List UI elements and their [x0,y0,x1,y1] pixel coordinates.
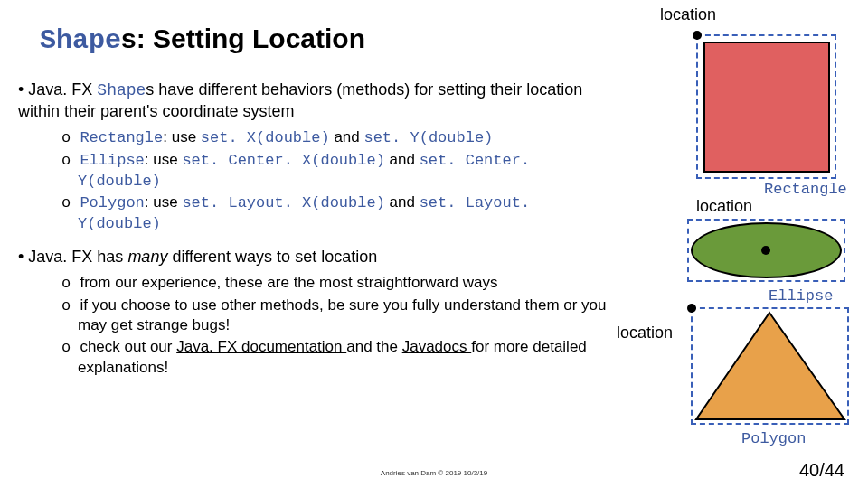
page-number: 40/44 [799,460,844,481]
content-body: Java. FX Shapes have different behaviors… [18,80,615,390]
rect-location-label: location [660,5,716,24]
rectangle-shape [703,42,830,173]
sub-1a: Rectangle: use set. X(double) and set. Y… [61,127,615,148]
polygon-label: Polygon [741,430,806,447]
sub-2b: if you choose to use other methods, be s… [61,296,615,336]
bullet-2: Java. FX has many different ways to set … [18,247,615,378]
sub-2a: from our experience, these are the most … [61,273,615,294]
polygon-location-label: location [617,324,673,343]
javafx-doc-link[interactable]: Java. FX documentation [176,338,346,355]
sub-1b: Ellipse: use set. Center. X(double) and … [61,150,615,192]
sub-1c: Polygon: use set. Layout. X(double) and … [61,192,615,234]
polygon-location-dot [687,304,696,313]
javadocs-link[interactable]: Javadocs [402,338,472,355]
page-title: Shapes: Setting Location [40,23,365,56]
svg-marker-0 [696,313,844,419]
title-code: Shape [40,25,121,56]
sub-2c: check out our Java. FX documentation and… [61,337,615,378]
ellipse-location-label: location [696,197,752,216]
shapes-diagram: location Rectangle location Ellipse loca… [615,0,868,488]
ellipse-label: Ellipse [769,287,833,305]
bullet-1: Java. FX Shapes have different behaviors… [18,80,615,234]
rectangle-label: Rectangle [764,181,847,198]
title-plain: s: Setting Location [121,23,365,53]
ellipse-location-dot [761,246,770,255]
polygon-shape [691,307,849,425]
footer-credit: Andries van Dam © 2019 10/3/19 [381,469,487,477]
rect-location-dot [693,31,702,40]
